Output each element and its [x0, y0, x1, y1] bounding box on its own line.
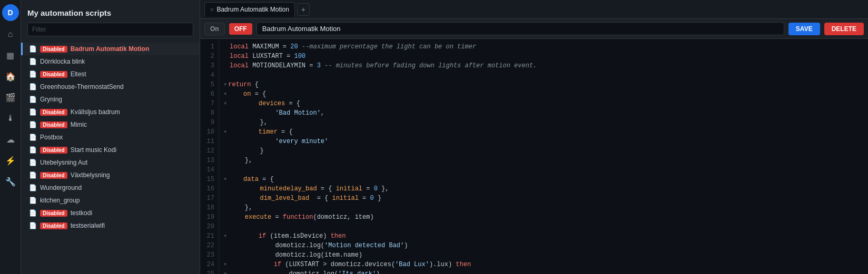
device-icon[interactable]: 🏠	[3, 68, 18, 84]
on-button[interactable]: On	[204, 23, 225, 35]
disabled-badge: Disabled	[40, 71, 67, 78]
script-name: Eltest	[71, 70, 86, 78]
list-item[interactable]: 📄DisabledBadrum Automatik Motion	[21, 43, 200, 55]
code-text: devices = {	[228, 99, 300, 108]
list-item[interactable]: 📄Dörrklocka blink	[21, 55, 200, 68]
code-line: execute = function(domoticz, item)	[223, 212, 864, 222]
document-icon: 📄	[29, 184, 37, 191]
filter-input[interactable]	[27, 23, 193, 36]
save-button[interactable]: SAVE	[788, 23, 820, 35]
home-icon[interactable]: ⌂	[3, 26, 18, 42]
code-line: domoticz.log('Motion detected Bad')	[223, 241, 864, 250]
toolbar: On OFF SAVE DELETE	[200, 19, 868, 39]
code-line: local MAXIMUM = 20 --maximum percentage …	[223, 42, 864, 52]
panel-title: My automation scripts	[21, 0, 200, 23]
code-text: dim_level_bad = { initial = 0 }	[230, 194, 381, 203]
settings-icon[interactable]: 🔧	[3, 174, 18, 189]
fold-indicator[interactable]: ▾	[223, 127, 227, 137]
code-text: },	[230, 118, 268, 127]
disabled-badge: Disabled	[40, 210, 67, 217]
line-number: 7	[202, 99, 214, 108]
list-item[interactable]: 📄Postbox	[21, 131, 200, 144]
tab-bar: ≡ Badrum Automatik Motion +	[200, 0, 868, 19]
code-line: minutedelay_bad = { initial = 0 },	[223, 184, 864, 194]
code-line: },	[223, 203, 864, 212]
list-item[interactable]: 📄Greenhouse-ThermostatSend	[21, 80, 200, 93]
lightning-icon[interactable]: ⚡	[3, 153, 18, 168]
code-line: 'every minute'	[223, 137, 864, 146]
list-item[interactable]: 📄Utebelysning Aut	[21, 156, 200, 169]
fold-indicator[interactable]: ▾	[223, 269, 227, 274]
dashboard-icon[interactable]: ▦	[3, 47, 18, 63]
scene-icon[interactable]: 🎬	[3, 89, 18, 105]
list-item[interactable]: 📄DisabledStart music Kodi	[21, 144, 200, 156]
document-icon: 📄	[29, 45, 37, 53]
scripts-list: 📄DisabledBadrum Automatik Motion📄Dörrklo…	[21, 42, 200, 274]
document-icon: 📄	[29, 171, 37, 179]
code-text: local LUXSTART = 100	[230, 52, 305, 61]
script-name: Badrum Automatik Motion	[71, 45, 150, 53]
script-name: Wunderground	[40, 184, 82, 191]
code-text: minutedelay_bad = { initial = 0 },	[230, 184, 389, 194]
list-item[interactable]: 📄DisabledMimic	[21, 118, 200, 131]
list-item[interactable]: 📄Disabledtestkodi	[21, 207, 200, 219]
line-number: 2	[202, 52, 214, 61]
line-number: 8	[202, 108, 214, 118]
fold-indicator[interactable]: ▾	[223, 89, 227, 99]
document-icon: 📄	[29, 96, 37, 103]
code-text: },	[230, 156, 252, 165]
thermometer-icon[interactable]: 🌡	[3, 110, 18, 126]
list-item[interactable]: 📄Gryning	[21, 93, 200, 106]
fold-indicator[interactable]: ▾	[223, 175, 227, 184]
disabled-badge: Disabled	[40, 121, 67, 128]
code-line: ▾ timer = {	[223, 127, 864, 137]
code-text: 'Bad Motion',	[230, 108, 324, 118]
list-item[interactable]: 📄Wunderground	[21, 181, 200, 194]
line-number: 18	[202, 203, 214, 212]
document-icon: 📄	[29, 134, 37, 141]
document-icon: 📄	[29, 58, 37, 65]
off-button[interactable]: OFF	[229, 23, 252, 35]
line-number: 19	[202, 212, 214, 222]
line-number: 6	[202, 89, 214, 99]
script-name: Utebelysning Aut	[40, 159, 87, 166]
document-icon: 📄	[29, 146, 37, 154]
script-name: Postbox	[40, 134, 63, 141]
list-item[interactable]: 📄kitchen_group	[21, 194, 200, 207]
list-item[interactable]: 📄DisabledVäxtbelysning	[21, 169, 200, 181]
code-text: domoticz.log(item.name)	[230, 250, 362, 260]
code-editor[interactable]: 1234567891011121314151617181920212223242…	[200, 39, 868, 274]
line-number: 12	[202, 146, 214, 156]
active-tab[interactable]: ≡ Badrum Automatik Motion	[204, 2, 295, 17]
line-number: 10	[202, 127, 214, 137]
script-title-input[interactable]	[257, 22, 784, 35]
code-line: ▾return {	[223, 80, 864, 89]
fold-indicator[interactable]: ▾	[223, 99, 227, 108]
disabled-badge: Disabled	[40, 46, 67, 53]
code-text: if (LUXSTART > domoticz.devices('Bad Lux…	[228, 260, 471, 269]
list-item[interactable]: 📄DisabledEltest	[21, 68, 200, 80]
code-text: if (item.isDevice) then	[228, 231, 346, 241]
line-number: 3	[202, 61, 214, 70]
list-item[interactable]: 📄Disabledtestserialwifi	[21, 219, 200, 232]
script-name: Start music Kodi	[71, 146, 116, 154]
code-line	[223, 165, 864, 175]
line-number: 20	[202, 222, 214, 231]
list-item[interactable]: 📄DisabledKvällsljus badrum	[21, 106, 200, 118]
cloud-icon[interactable]: ☁	[3, 131, 18, 147]
line-number: 5	[202, 80, 214, 89]
code-line: ▾ devices = {	[223, 99, 864, 108]
disabled-badge: Disabled	[40, 147, 67, 154]
code-text: timer = {	[228, 127, 292, 137]
code-text: }	[230, 146, 264, 156]
disabled-badge: Disabled	[40, 222, 67, 229]
fold-indicator[interactable]: ▾	[223, 260, 227, 269]
add-tab-button[interactable]: +	[297, 3, 310, 16]
document-icon: 📄	[29, 121, 37, 128]
disabled-badge: Disabled	[40, 172, 67, 179]
fold-indicator[interactable]: ▾	[223, 231, 227, 241]
fold-indicator[interactable]: ▾	[223, 80, 227, 89]
delete-button[interactable]: DELETE	[824, 23, 864, 35]
filter-container	[27, 23, 193, 36]
app-logo-icon[interactable]: D	[2, 4, 19, 21]
